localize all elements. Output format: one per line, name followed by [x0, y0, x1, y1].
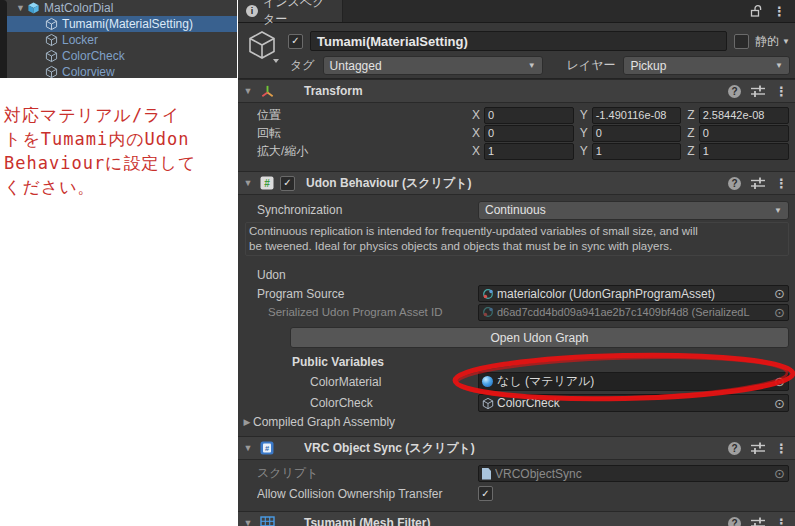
- material-sphere-icon: [482, 376, 493, 387]
- serialized-id-row: Serialized Udon Program Asset ID d6ad7cd…: [238, 304, 789, 320]
- object-picker-icon[interactable]: ⊙: [774, 287, 785, 300]
- hierarchy-item-colorview[interactable]: Colorview: [7, 64, 237, 78]
- program-source-row: Program Source materialcolor (UdonGraphP…: [238, 285, 789, 302]
- dropdown-arrow-icon: ▼: [774, 206, 782, 215]
- script-row: スクリプト VRCObjectSync ⊙: [238, 465, 789, 482]
- object-picker-icon[interactable]: ⊙: [774, 397, 785, 410]
- hierarchy-item-locker[interactable]: Locker: [7, 32, 237, 48]
- help-icon[interactable]: ?: [728, 85, 741, 98]
- transform-header[interactable]: ▼ Transform ?: [238, 79, 795, 103]
- foldout-open-icon[interactable]: ▼: [242, 518, 254, 526]
- program-source-value: materialcolor (UdonGraphProgramAsset): [497, 287, 715, 301]
- presets-icon[interactable]: [751, 442, 765, 454]
- help-icon[interactable]: ?: [728, 517, 741, 526]
- foldout-open-icon[interactable]: ▼: [14, 3, 27, 13]
- synchronization-dropdown[interactable]: Continuous ▼: [478, 201, 789, 220]
- allow-collision-checkbox[interactable]: ✓: [478, 486, 493, 501]
- section-title: VRC Object Sync (スクリプト): [304, 440, 475, 457]
- position-row: 位置 X0 Y-1.490116e-08 Z2.58442e-08: [238, 107, 789, 123]
- synchronization-value: Continuous: [485, 203, 546, 217]
- script-doc-icon: [482, 468, 491, 480]
- foldout-open-icon[interactable]: ▼: [242, 443, 254, 453]
- menu-icon[interactable]: ⋮: [775, 177, 788, 190]
- static-checkbox[interactable]: [734, 34, 749, 49]
- gameobject-cube-icon: [45, 17, 58, 31]
- graph-asset-icon: [482, 288, 494, 300]
- tag-label: タグ: [290, 57, 315, 74]
- object-picker-icon[interactable]: ⊙: [774, 375, 785, 388]
- help-icon[interactable]: ?: [728, 177, 741, 190]
- synchronization-label: Synchronization: [257, 203, 478, 217]
- object-picker-icon[interactable]: ⊙: [774, 306, 785, 319]
- synchronization-row: Synchronization Continuous ▼: [238, 202, 789, 218]
- dropdown-arrow-icon: ▼: [775, 61, 783, 70]
- rotation-z-input[interactable]: 0: [699, 125, 789, 142]
- vrc-object-sync-section: ▼ # VRC Object Sync (スクリプト) ?: [238, 436, 795, 511]
- hierarchy-item-label: Locker: [62, 33, 98, 47]
- layer-dropdown[interactable]: Pickup ▼: [623, 56, 790, 75]
- position-y-input[interactable]: -1.490116e-08: [592, 107, 682, 124]
- component-enabled-checkbox[interactable]: ✓: [280, 176, 295, 191]
- scale-y-input[interactable]: 1: [592, 143, 682, 160]
- presets-icon[interactable]: [751, 177, 765, 189]
- udon-behaviour-header[interactable]: ▼ # ✓ Udon Behaviour (スクリプト) ?: [238, 171, 795, 195]
- vrc-script-icon: #: [259, 440, 275, 456]
- open-udon-graph-button[interactable]: Open Udon Graph: [290, 327, 789, 348]
- scale-z-input[interactable]: 1: [699, 143, 789, 160]
- static-dropdown-icon[interactable]: ▼: [782, 37, 790, 46]
- menu-icon[interactable]: ⋮: [775, 517, 788, 526]
- vrc-object-sync-header[interactable]: ▼ # VRC Object Sync (スクリプト) ?: [238, 436, 795, 460]
- section-title: Tsumami (Mesh Filter): [304, 516, 430, 526]
- script-value: VRCObjectSync: [495, 467, 582, 481]
- scale-x-input[interactable]: 1: [484, 143, 574, 160]
- color-check-row: ColorCheck ColorCheck ⊙: [238, 394, 789, 412]
- hierarchy-item-label: Tumami(MaterialSetting): [62, 17, 193, 31]
- object-picker-icon[interactable]: ⊙: [774, 467, 785, 480]
- compiled-graph-assembly-row[interactable]: ▶ Compiled Graph Assembly: [238, 414, 795, 430]
- position-z-input[interactable]: 2.58442e-08: [699, 107, 789, 124]
- menu-icon[interactable]: ⋮: [773, 5, 786, 18]
- presets-icon[interactable]: [751, 517, 765, 526]
- lock-icon[interactable]: [750, 4, 762, 18]
- color-material-label: ColorMaterial: [310, 375, 478, 389]
- hierarchy-item-colorcheck[interactable]: ColorCheck: [7, 48, 237, 64]
- position-x-input[interactable]: 0: [484, 107, 574, 124]
- graph-asset-icon: [482, 306, 494, 318]
- color-check-label: ColorCheck: [310, 396, 478, 410]
- color-material-row: ColorMaterial なし (マテリアル) ⊙: [238, 372, 789, 391]
- program-source-field[interactable]: materialcolor (UdonGraphProgramAsset) ⊙: [478, 285, 789, 302]
- tag-dropdown[interactable]: Untagged ▼: [323, 56, 543, 75]
- active-checkbox[interactable]: ✓: [288, 34, 303, 49]
- rotation-x-input[interactable]: 0: [484, 125, 574, 142]
- gameobject-cube-icon: [45, 65, 58, 78]
- hierarchy-item-label: ColorCheck: [62, 49, 125, 63]
- scale-row: 拡大/縮小 X1 Y1 Z1: [238, 143, 789, 159]
- color-material-field[interactable]: なし (マテリアル) ⊙: [478, 372, 789, 391]
- axis-y-label: Y: [580, 144, 588, 158]
- compiled-graph-assembly-label: Compiled Graph Assembly: [253, 415, 395, 429]
- rotation-y-input[interactable]: 0: [592, 125, 682, 142]
- color-check-field[interactable]: ColorCheck ⊙: [478, 394, 789, 412]
- serialized-id-field: d6ad7cdd4bd09a941ae2b7c1409bf4d8 (Serial…: [478, 304, 789, 321]
- help-icon[interactable]: ?: [728, 442, 741, 455]
- position-label: 位置: [257, 107, 472, 124]
- menu-icon[interactable]: ⋮: [775, 85, 788, 98]
- inspector-panel: i インスペクター ⋮: [238, 0, 795, 526]
- program-source-label: Program Source: [257, 287, 478, 301]
- axis-y-label: Y: [580, 108, 588, 122]
- tab-inspector[interactable]: i インスペクター: [238, 0, 343, 22]
- foldout-open-icon[interactable]: ▼: [242, 178, 254, 188]
- hierarchy-item-matcolordial[interactable]: ▼ MatColorDial: [7, 0, 237, 16]
- axis-x-label: X: [472, 144, 480, 158]
- hierarchy-item-label: Colorview: [62, 65, 115, 78]
- foldout-closed-icon[interactable]: ▶: [241, 417, 253, 427]
- menu-icon[interactable]: ⋮: [775, 442, 788, 455]
- mesh-filter-header[interactable]: ▼ Tsumami (Mesh Filter) ?: [238, 511, 795, 526]
- presets-icon[interactable]: [751, 85, 765, 97]
- gameobject-icon[interactable]: [246, 29, 282, 67]
- name-field[interactable]: Tumami(MaterialSetting): [310, 31, 727, 51]
- foldout-open-icon[interactable]: ▼: [242, 86, 254, 96]
- script-label: スクリプト: [257, 465, 478, 482]
- hierarchy-item-tumami[interactable]: Tumami(MaterialSetting): [7, 16, 237, 32]
- script-field: VRCObjectSync ⊙: [478, 465, 789, 482]
